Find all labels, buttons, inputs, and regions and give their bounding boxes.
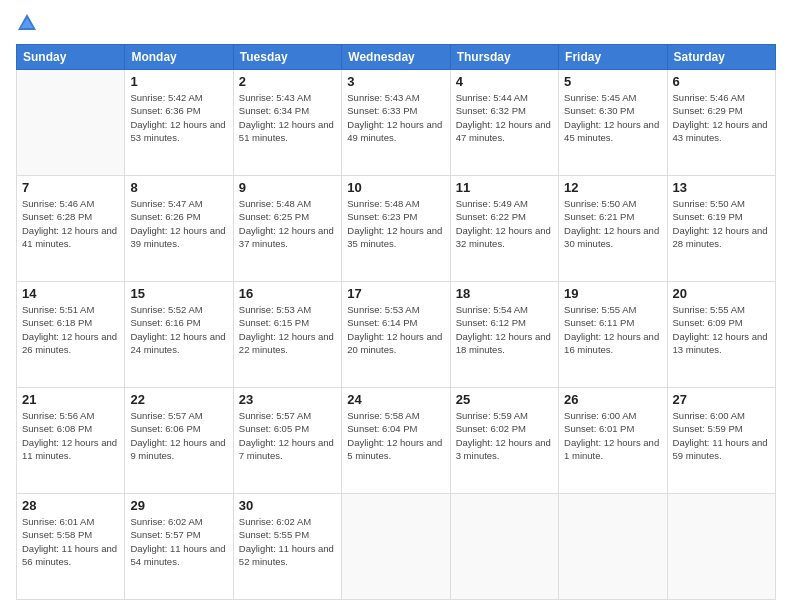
day-number: 29	[130, 498, 227, 513]
day-info: Sunrise: 5:57 AM Sunset: 6:06 PM Dayligh…	[130, 409, 227, 462]
calendar-cell: 2Sunrise: 5:43 AM Sunset: 6:34 PM Daylig…	[233, 70, 341, 176]
week-row-3: 14Sunrise: 5:51 AM Sunset: 6:18 PM Dayli…	[17, 282, 776, 388]
day-number: 4	[456, 74, 553, 89]
day-info: Sunrise: 5:55 AM Sunset: 6:09 PM Dayligh…	[673, 303, 770, 356]
weekday-header-friday: Friday	[559, 45, 667, 70]
logo	[16, 12, 42, 34]
calendar-table: SundayMondayTuesdayWednesdayThursdayFrid…	[16, 44, 776, 600]
day-number: 20	[673, 286, 770, 301]
logo-icon	[16, 12, 38, 34]
week-row-2: 7Sunrise: 5:46 AM Sunset: 6:28 PM Daylig…	[17, 176, 776, 282]
day-number: 11	[456, 180, 553, 195]
calendar-cell	[667, 494, 775, 600]
day-number: 13	[673, 180, 770, 195]
calendar-cell: 1Sunrise: 5:42 AM Sunset: 6:36 PM Daylig…	[125, 70, 233, 176]
weekday-header-monday: Monday	[125, 45, 233, 70]
calendar-cell: 8Sunrise: 5:47 AM Sunset: 6:26 PM Daylig…	[125, 176, 233, 282]
day-info: Sunrise: 5:58 AM Sunset: 6:04 PM Dayligh…	[347, 409, 444, 462]
day-info: Sunrise: 5:48 AM Sunset: 6:25 PM Dayligh…	[239, 197, 336, 250]
calendar-cell: 4Sunrise: 5:44 AM Sunset: 6:32 PM Daylig…	[450, 70, 558, 176]
day-number: 5	[564, 74, 661, 89]
day-info: Sunrise: 6:01 AM Sunset: 5:58 PM Dayligh…	[22, 515, 119, 568]
calendar-cell: 30Sunrise: 6:02 AM Sunset: 5:55 PM Dayli…	[233, 494, 341, 600]
day-info: Sunrise: 5:49 AM Sunset: 6:22 PM Dayligh…	[456, 197, 553, 250]
weekday-header-sunday: Sunday	[17, 45, 125, 70]
calendar-cell	[342, 494, 450, 600]
day-info: Sunrise: 5:55 AM Sunset: 6:11 PM Dayligh…	[564, 303, 661, 356]
day-number: 3	[347, 74, 444, 89]
day-number: 26	[564, 392, 661, 407]
day-number: 17	[347, 286, 444, 301]
week-row-1: 1Sunrise: 5:42 AM Sunset: 6:36 PM Daylig…	[17, 70, 776, 176]
calendar-cell: 11Sunrise: 5:49 AM Sunset: 6:22 PM Dayli…	[450, 176, 558, 282]
calendar-cell: 16Sunrise: 5:53 AM Sunset: 6:15 PM Dayli…	[233, 282, 341, 388]
day-info: Sunrise: 5:43 AM Sunset: 6:33 PM Dayligh…	[347, 91, 444, 144]
calendar-cell: 24Sunrise: 5:58 AM Sunset: 6:04 PM Dayli…	[342, 388, 450, 494]
weekday-header-row: SundayMondayTuesdayWednesdayThursdayFrid…	[17, 45, 776, 70]
day-info: Sunrise: 5:46 AM Sunset: 6:28 PM Dayligh…	[22, 197, 119, 250]
calendar-cell: 13Sunrise: 5:50 AM Sunset: 6:19 PM Dayli…	[667, 176, 775, 282]
day-number: 9	[239, 180, 336, 195]
day-info: Sunrise: 6:00 AM Sunset: 6:01 PM Dayligh…	[564, 409, 661, 462]
day-number: 22	[130, 392, 227, 407]
day-number: 23	[239, 392, 336, 407]
day-number: 8	[130, 180, 227, 195]
calendar-cell: 7Sunrise: 5:46 AM Sunset: 6:28 PM Daylig…	[17, 176, 125, 282]
day-info: Sunrise: 6:02 AM Sunset: 5:55 PM Dayligh…	[239, 515, 336, 568]
day-info: Sunrise: 5:44 AM Sunset: 6:32 PM Dayligh…	[456, 91, 553, 144]
day-info: Sunrise: 6:00 AM Sunset: 5:59 PM Dayligh…	[673, 409, 770, 462]
weekday-header-saturday: Saturday	[667, 45, 775, 70]
calendar-cell: 3Sunrise: 5:43 AM Sunset: 6:33 PM Daylig…	[342, 70, 450, 176]
day-number: 21	[22, 392, 119, 407]
day-info: Sunrise: 5:56 AM Sunset: 6:08 PM Dayligh…	[22, 409, 119, 462]
day-info: Sunrise: 5:46 AM Sunset: 6:29 PM Dayligh…	[673, 91, 770, 144]
calendar-cell: 23Sunrise: 5:57 AM Sunset: 6:05 PM Dayli…	[233, 388, 341, 494]
week-row-4: 21Sunrise: 5:56 AM Sunset: 6:08 PM Dayli…	[17, 388, 776, 494]
day-number: 15	[130, 286, 227, 301]
calendar-cell: 6Sunrise: 5:46 AM Sunset: 6:29 PM Daylig…	[667, 70, 775, 176]
day-info: Sunrise: 5:53 AM Sunset: 6:14 PM Dayligh…	[347, 303, 444, 356]
day-info: Sunrise: 5:43 AM Sunset: 6:34 PM Dayligh…	[239, 91, 336, 144]
day-info: Sunrise: 5:45 AM Sunset: 6:30 PM Dayligh…	[564, 91, 661, 144]
day-number: 2	[239, 74, 336, 89]
day-number: 28	[22, 498, 119, 513]
calendar-cell: 15Sunrise: 5:52 AM Sunset: 6:16 PM Dayli…	[125, 282, 233, 388]
day-number: 12	[564, 180, 661, 195]
day-info: Sunrise: 5:51 AM Sunset: 6:18 PM Dayligh…	[22, 303, 119, 356]
day-info: Sunrise: 5:50 AM Sunset: 6:21 PM Dayligh…	[564, 197, 661, 250]
calendar-cell: 9Sunrise: 5:48 AM Sunset: 6:25 PM Daylig…	[233, 176, 341, 282]
day-number: 7	[22, 180, 119, 195]
calendar-cell	[559, 494, 667, 600]
calendar-cell	[450, 494, 558, 600]
calendar-cell: 25Sunrise: 5:59 AM Sunset: 6:02 PM Dayli…	[450, 388, 558, 494]
day-info: Sunrise: 5:53 AM Sunset: 6:15 PM Dayligh…	[239, 303, 336, 356]
day-number: 6	[673, 74, 770, 89]
day-number: 30	[239, 498, 336, 513]
weekday-header-wednesday: Wednesday	[342, 45, 450, 70]
calendar-cell: 27Sunrise: 6:00 AM Sunset: 5:59 PM Dayli…	[667, 388, 775, 494]
day-number: 14	[22, 286, 119, 301]
day-number: 16	[239, 286, 336, 301]
day-number: 10	[347, 180, 444, 195]
calendar-page: SundayMondayTuesdayWednesdayThursdayFrid…	[0, 0, 792, 612]
day-info: Sunrise: 5:47 AM Sunset: 6:26 PM Dayligh…	[130, 197, 227, 250]
calendar-cell: 12Sunrise: 5:50 AM Sunset: 6:21 PM Dayli…	[559, 176, 667, 282]
calendar-cell: 10Sunrise: 5:48 AM Sunset: 6:23 PM Dayli…	[342, 176, 450, 282]
weekday-header-tuesday: Tuesday	[233, 45, 341, 70]
calendar-cell: 26Sunrise: 6:00 AM Sunset: 6:01 PM Dayli…	[559, 388, 667, 494]
weekday-header-thursday: Thursday	[450, 45, 558, 70]
day-number: 18	[456, 286, 553, 301]
day-info: Sunrise: 5:48 AM Sunset: 6:23 PM Dayligh…	[347, 197, 444, 250]
calendar-cell: 14Sunrise: 5:51 AM Sunset: 6:18 PM Dayli…	[17, 282, 125, 388]
day-number: 19	[564, 286, 661, 301]
header	[16, 12, 776, 34]
calendar-cell: 17Sunrise: 5:53 AM Sunset: 6:14 PM Dayli…	[342, 282, 450, 388]
week-row-5: 28Sunrise: 6:01 AM Sunset: 5:58 PM Dayli…	[17, 494, 776, 600]
day-info: Sunrise: 5:42 AM Sunset: 6:36 PM Dayligh…	[130, 91, 227, 144]
calendar-cell: 18Sunrise: 5:54 AM Sunset: 6:12 PM Dayli…	[450, 282, 558, 388]
day-number: 1	[130, 74, 227, 89]
day-info: Sunrise: 5:54 AM Sunset: 6:12 PM Dayligh…	[456, 303, 553, 356]
calendar-cell: 5Sunrise: 5:45 AM Sunset: 6:30 PM Daylig…	[559, 70, 667, 176]
calendar-cell	[17, 70, 125, 176]
day-number: 24	[347, 392, 444, 407]
